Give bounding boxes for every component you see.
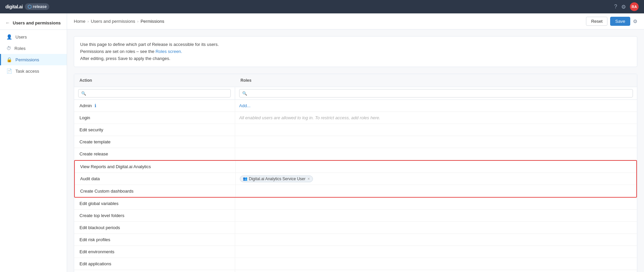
save-button[interactable]: Save xyxy=(610,17,630,26)
action-label-edit-security: Edit security xyxy=(79,127,103,132)
highlight-group: View Reports and Digital.ai Analytics Au… xyxy=(74,160,637,198)
login-all-users-text: All enabled users are allowed to log in.… xyxy=(239,115,380,120)
action-label-audit-data: Audit data xyxy=(80,176,100,181)
roles-cell-create-custom-dashboards xyxy=(236,185,636,197)
search-roles-cell: 🔍 xyxy=(235,87,637,99)
breadcrumb-users-permissions[interactable]: Users and permissions xyxy=(91,19,135,24)
table-row-create-top-level-folders: Create top level folders xyxy=(74,210,637,222)
sidebar-label-users: Users xyxy=(15,35,27,40)
action-label-edit-environments: Edit environments xyxy=(79,249,114,254)
permissions-table: Action Roles 🔍 🔍 xyxy=(74,74,637,272)
action-label-edit-blackout-periods: Edit blackout periods xyxy=(79,225,120,230)
table-row-view-reports: View Reports and Digital.ai Analytics xyxy=(75,161,636,173)
sidebar-back[interactable]: ← Users and permissions xyxy=(0,16,67,30)
action-label-create-template: Create template xyxy=(79,139,111,144)
roles-cell-create-top-level-folders xyxy=(235,210,637,221)
action-cell-audit-data: Audit data xyxy=(75,173,236,185)
sidebar-label-permissions: Permissions xyxy=(15,57,39,62)
sidebar-item-permissions[interactable]: 🔒 Permissions xyxy=(0,54,67,65)
product-badge: ⬡ release xyxy=(25,3,49,10)
action-label-create-top-level-folders: Create top level folders xyxy=(79,213,124,218)
table-row-edit-blackout-periods: Edit blackout periods xyxy=(74,222,637,234)
admin-info-icon[interactable]: ℹ xyxy=(95,103,96,108)
admin-add-link[interactable]: Add... xyxy=(239,103,251,108)
action-cell-edit-environment-reservations: Edit environment reservations xyxy=(74,270,235,272)
action-cell-create-custom-dashboards: Create Custom dashboards xyxy=(75,185,236,197)
breadcrumb-sep-2: › xyxy=(137,19,139,24)
help-icon[interactable]: ? xyxy=(614,4,617,10)
action-cell-edit-security: Edit security xyxy=(74,124,235,136)
roles-cell-create-release xyxy=(235,148,637,160)
roles-cell-edit-environments xyxy=(235,246,637,258)
sidebar-title: Users and permissions xyxy=(13,20,61,25)
action-cell-create-template: Create template xyxy=(74,136,235,148)
search-roles-input[interactable] xyxy=(249,91,630,96)
action-cell-view-reports: View Reports and Digital.ai Analytics xyxy=(75,161,236,173)
search-action-cell: 🔍 xyxy=(74,87,235,99)
info-line2-prefix: Permissions are set on roles – see the xyxy=(80,49,156,54)
action-cell-admin: Admin ℹ xyxy=(74,100,235,112)
roles-cell-edit-risk-profiles xyxy=(235,234,637,246)
table-row-edit-global-variables: Edit global variables xyxy=(74,198,637,210)
roles-cell-edit-environment-reservations xyxy=(235,270,637,272)
action-label-edit-applications: Edit applications xyxy=(79,261,111,266)
info-line3: After editing, press Save to apply the c… xyxy=(80,55,631,62)
roles-cell-audit-data: 👥 Digital.ai Analytics Service User × xyxy=(236,173,636,185)
roles-cell-create-template xyxy=(235,136,637,148)
table-header: Action Roles xyxy=(74,74,637,87)
search-action-input[interactable] xyxy=(88,91,228,96)
info-box: Use this page to define which part of Re… xyxy=(74,36,637,67)
table-row-create-release: Create release xyxy=(74,148,637,160)
breadcrumb-bar: Home › Users and permissions › Permissio… xyxy=(67,13,644,29)
breadcrumb-help-icon[interactable]: ⚙ xyxy=(633,18,637,24)
table-row-create-template: Create template xyxy=(74,136,637,148)
col-action-label: Action xyxy=(74,77,235,84)
search-row: 🔍 🔍 xyxy=(74,87,637,100)
table-row-edit-security: Edit security xyxy=(74,124,637,136)
table-row-edit-environment-reservations: Edit environment reservations xyxy=(74,270,637,272)
main-content: Home › Users and permissions › Permissio… xyxy=(67,13,644,272)
breadcrumb-home[interactable]: Home xyxy=(74,19,86,24)
breadcrumb-permissions: Permissions xyxy=(141,19,164,24)
action-label-create-custom-dashboards: Create Custom dashboards xyxy=(80,189,133,194)
role-tag-analytics-service-user: 👥 Digital.ai Analytics Service User × xyxy=(240,176,313,182)
action-label-view-reports: View Reports and Digital.ai Analytics xyxy=(80,164,151,169)
topbar-left: digital.ai ⬡ release xyxy=(5,3,49,10)
roles-cell-view-reports xyxy=(236,161,636,173)
breadcrumb: Home › Users and permissions › Permissio… xyxy=(74,19,164,24)
table-row-admin: Admin ℹ Add... xyxy=(74,100,637,112)
back-arrow-icon: ← xyxy=(5,20,10,25)
action-cell-login: Login xyxy=(74,112,235,124)
product-name: release xyxy=(33,4,47,9)
reset-button[interactable]: Reset xyxy=(586,17,607,26)
topbar: digital.ai ⬡ release ? ⚙ RA xyxy=(0,0,644,13)
table-row-edit-environments: Edit environments xyxy=(74,246,637,258)
action-cell-edit-applications: Edit applications xyxy=(74,258,235,270)
col-roles-label: Roles xyxy=(235,77,637,84)
sidebar: ← Users and permissions 👤 Users ⏱ Roles … xyxy=(0,13,67,272)
avatar[interactable]: RA xyxy=(630,2,639,11)
search-roles-icon: 🔍 xyxy=(242,91,247,96)
search-action-wrap: 🔍 xyxy=(78,89,231,97)
breadcrumb-actions: Reset Save ⚙ xyxy=(586,17,637,26)
action-label-edit-risk-profiles: Edit risk profiles xyxy=(79,237,110,242)
roles-screen-link[interactable]: Roles screen. xyxy=(156,49,182,54)
settings-icon[interactable]: ⚙ xyxy=(621,4,626,10)
action-label-edit-global-variables: Edit global variables xyxy=(79,201,118,206)
role-tag-close[interactable]: × xyxy=(308,177,310,181)
search-action-icon: 🔍 xyxy=(81,91,86,96)
action-cell-edit-global-variables: Edit global variables xyxy=(74,198,235,209)
sidebar-item-task-access[interactable]: 📄 Task access xyxy=(0,65,67,77)
action-cell-create-release: Create release xyxy=(74,148,235,160)
roles-cell-edit-blackout-periods xyxy=(235,222,637,233)
roles-icon: ⏱ xyxy=(6,46,11,51)
table-row-login: Login All enabled users are allowed to l… xyxy=(74,112,637,124)
sidebar-item-users[interactable]: 👤 Users xyxy=(0,31,67,43)
action-cell-edit-blackout-periods: Edit blackout periods xyxy=(74,222,235,233)
action-cell-edit-risk-profiles: Edit risk profiles xyxy=(74,234,235,246)
sidebar-item-roles[interactable]: ⏱ Roles xyxy=(0,43,67,54)
role-tag-icon: 👥 xyxy=(243,177,248,181)
action-label-create-release: Create release xyxy=(79,151,108,156)
action-label-login: Login xyxy=(79,115,90,120)
table-row-edit-risk-profiles: Edit risk profiles xyxy=(74,234,637,246)
